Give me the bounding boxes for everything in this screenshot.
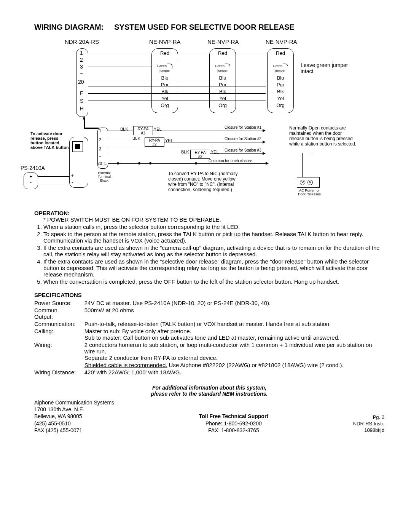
spec-val: 420' with 22AWG; 1,000' with 18AWG. (84, 369, 384, 376)
spec-key: Communication: (34, 321, 84, 328)
operation-heading: OPERATION: (34, 210, 384, 216)
spec-val: Shielded cable is recommended. Use Aipho… (84, 362, 384, 369)
wiring-diagram: NDR-20A-RS NE-NVP-RA NE-NVP-RA NE-NVP-RA… (34, 38, 377, 206)
ac-terminal-1: ✕ (300, 180, 305, 185)
term-1: 1 (80, 50, 83, 56)
convert-note: To convert RY-PA to N/C (normally closed… (168, 171, 241, 192)
rypa-1: RY-PA#1 (133, 126, 153, 135)
spec-key: Calling: (34, 328, 84, 342)
wire-blk-3: BLK (181, 150, 189, 154)
frame-plus: + (71, 173, 74, 179)
spec-table: Power Source:24V DC at master. Use PS-24… (34, 300, 384, 376)
nvp-box-1: Red Green jumper Blu Pur Blk Yel Org (151, 48, 178, 113)
spec-heading: SPECIFICATIONS (34, 292, 384, 298)
footer-info: please refer to the standard NEM instruc… (34, 391, 384, 397)
op-item: When a station calls in, press the selec… (43, 224, 384, 230)
common-closure: Common for each closure (209, 159, 252, 163)
nvp1-label: NE-NVP-RA (149, 38, 181, 45)
tb-L: L (104, 161, 107, 166)
spec-key: Wiring: (34, 342, 84, 362)
spec-val: Push-to-talk, release-to-listen (TALK bu… (84, 321, 384, 328)
wire-blk-1: BLK (120, 127, 128, 131)
nvp2-label: NE-NVP-RA (207, 38, 239, 45)
jumper-icon (225, 64, 230, 69)
term-H: H (80, 105, 84, 112)
wire-yel-1: YEL (154, 127, 162, 131)
spec-key: Power Source: (34, 300, 84, 307)
wire-yel-3: YEL (211, 150, 219, 154)
closure-1: Closure for Station #1 (225, 125, 261, 129)
spec-key: Commun. Output: (34, 307, 84, 321)
wire-blk-2: BLK (132, 136, 140, 141)
tb-20: 20 (97, 161, 102, 166)
footer-address: Aiphone Communication Systems 1700 130th… (34, 399, 114, 434)
activate-note: To activate door release, press button l… (30, 131, 72, 150)
footer-info: For additional information about this sy… (34, 385, 384, 391)
term-E: E (80, 90, 83, 96)
nvp-box-3: Red Green jumper Blu Pur Blk Yel Org (267, 48, 294, 113)
footer-support: Toll Free Technical Support Phone: 1-800… (199, 413, 268, 434)
term-3: 3 (80, 64, 83, 70)
spec-val: 500mW at 20 ohms (84, 307, 384, 321)
tb-3: 3 (99, 147, 101, 151)
wire-yel-2: YEL (165, 138, 173, 143)
nvp-box-2: Red Green jumper Blu Pur Blk Yel Org (209, 48, 236, 113)
op-item: If the extra contacts are used as shown … (43, 244, 384, 257)
spec-key: Wiring Distance: (34, 369, 84, 376)
nvp3-label: NE-NVP-RA (266, 38, 297, 45)
ps-label: PS-2410A (21, 165, 45, 171)
frame-minus: - (72, 179, 73, 185)
spec-val: 2 conductors homerun to sub station, or … (84, 342, 384, 362)
spec-val: Master to sub: By voice only after preto… (84, 328, 384, 342)
rypa-2: RY-PA#2 (145, 137, 164, 147)
footer-pageinfo: Pg. 2 NDR-RS Instr. 1098bkjd (353, 414, 384, 434)
page-title: WIRING DIAGRAM:SYSTEM USED FOR SELECTIVE… (34, 23, 384, 32)
jumper-icon (167, 64, 172, 69)
tb-tilde: ~ (99, 154, 101, 159)
term-tilde: ~ (80, 70, 83, 77)
op-item: To speak to the person at the remote sta… (43, 231, 384, 244)
spec-key (34, 362, 84, 369)
closure-2: Closure for Station #2 (225, 137, 261, 141)
rypa-3: RY-PA#3 (190, 150, 210, 159)
term-S: S (80, 98, 83, 104)
tb-2: 2 (99, 137, 101, 142)
no-contacts-note: Normally Open contacts are maintained wh… (289, 125, 358, 147)
term-2: 2 (80, 57, 83, 63)
ext-tb-label: External Terminal Block (95, 171, 113, 182)
ac-power-label: AC Power for Door Releases (296, 189, 323, 196)
closure-3: Closure for Station #3 (225, 148, 261, 152)
operation-list: When a station calls in, press the selec… (34, 224, 384, 285)
term-20: 20 (78, 79, 84, 85)
spec-val: 24V DC at master. Use PS-2410A (NDR-10, … (84, 300, 384, 307)
operation-star: * POWER SWITCH MUST BE ON FOR SYSTEM TO … (43, 216, 384, 223)
ps-box: + - (24, 173, 38, 189)
jumper-note: Leave green jumper intact (301, 62, 350, 74)
footer: For additional information about this sy… (34, 385, 384, 434)
op-item: When the conversation is completed, pres… (43, 278, 384, 285)
tb-1: 1 (99, 128, 101, 133)
ndr-label: NDR-20A-RS (65, 38, 99, 45)
ac-terminal-2: ✕ (307, 180, 313, 185)
jumper-icon (283, 64, 288, 69)
op-item: If the extra contacts are used as shown … (43, 258, 384, 278)
